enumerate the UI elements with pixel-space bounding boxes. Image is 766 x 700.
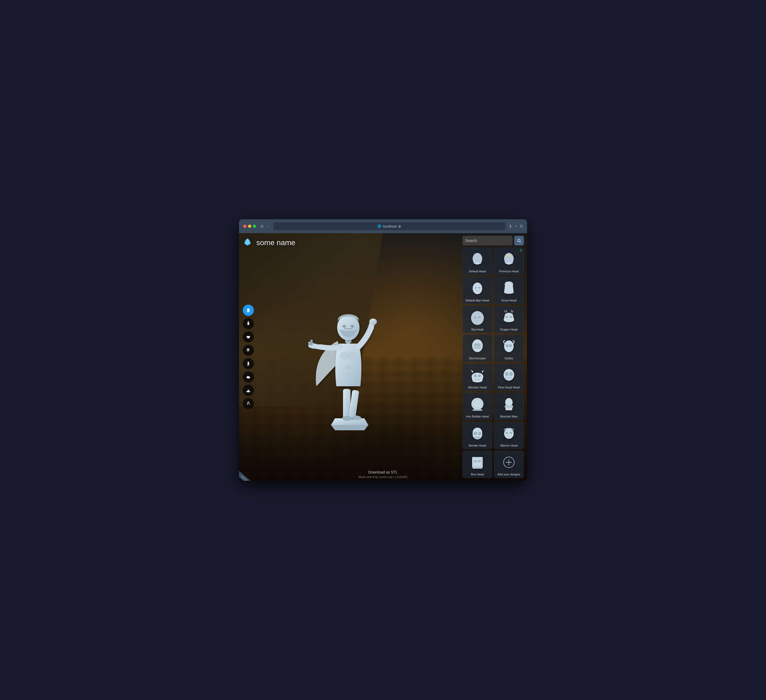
search-input[interactable] <box>465 239 510 243</box>
arms-selector-button[interactable] <box>243 331 254 342</box>
item-thumbnail-flexi-dead-head <box>500 366 518 385</box>
svg-point-9 <box>345 366 351 370</box>
item-card-stormtrooper[interactable]: Stormtrooper <box>462 334 492 362</box>
item-thumbnail-monster-head <box>468 366 487 385</box>
svg-point-25 <box>248 401 248 402</box>
item-label-monster-head: Monster Head <box>468 386 486 389</box>
item-thumbnail-muscled-man <box>500 395 518 414</box>
side-controls <box>243 305 254 409</box>
item-card-box-head[interactable]: Box Head <box>462 451 492 478</box>
item-card-dragon-head[interactable]: Dragon Head <box>494 306 524 333</box>
svg-rect-63 <box>472 457 483 468</box>
address-bar[interactable]: 🌐 localhost ⊕ <box>273 222 505 230</box>
svg-point-32 <box>478 287 480 289</box>
back-icon[interactable]: ‹ <box>267 223 270 229</box>
item-label-bender-head: Bender Head <box>469 444 486 447</box>
item-thumbnail-groot-head <box>500 279 518 298</box>
svg-point-5 <box>342 416 352 421</box>
item-label-default-head: Default Head <box>469 270 486 273</box>
item-card-muscled-man[interactable]: Muscled Man <box>494 393 524 420</box>
svg-point-33 <box>471 311 484 325</box>
item-label-iron-bubble-head: Iron Bubble Head <box>466 415 489 418</box>
item-thumbnail-iron-bubble-head <box>468 395 487 414</box>
svg-point-57 <box>473 432 477 436</box>
item-label-dobby: Dobby <box>505 357 513 360</box>
refresh-icon: ⊕ <box>398 224 401 228</box>
search-button[interactable] <box>514 236 524 245</box>
right-panel: Default Head 💲 Premium Head Default Man … <box>462 236 524 478</box>
base-selector-button[interactable] <box>243 385 254 396</box>
svg-point-45 <box>474 375 477 377</box>
svg-point-34 <box>474 317 476 318</box>
item-label-muscled-man: Muscled Man <box>500 415 518 418</box>
item-thumbnail-premium-head <box>500 250 518 269</box>
bottom-bar: Download as STL Made with ♥ by Justin Le… <box>358 470 408 478</box>
svg-point-55 <box>509 405 513 408</box>
item-card-add-designs[interactable]: Add your designs <box>494 451 524 478</box>
url-text: localhost <box>383 224 397 228</box>
item-thumbnail-bender-head <box>468 424 487 443</box>
svg-point-37 <box>510 316 512 318</box>
hands-selector-button[interactable] <box>243 345 254 356</box>
item-card-big-head[interactable]: Big Head <box>462 306 492 333</box>
premium-badge: 💲 <box>519 249 522 252</box>
item-card-premium-head[interactable]: 💲 Premium Head <box>494 247 524 275</box>
item-card-flexi-dead-head[interactable]: Flexi Dead Head <box>494 364 524 391</box>
svg-rect-19 <box>247 323 249 325</box>
body-selector-button[interactable] <box>243 318 254 329</box>
item-card-default-head[interactable]: Default Head <box>462 247 492 275</box>
svg-point-62 <box>510 432 512 434</box>
svg-point-26 <box>518 239 520 242</box>
svg-rect-59 <box>474 437 481 438</box>
item-label-add-designs: Add your designs <box>498 473 521 476</box>
item-label-stormtrooper: Stormtrooper <box>469 357 486 360</box>
feet-selector-button[interactable] <box>243 371 254 383</box>
item-card-monster-head[interactable]: Monster Head <box>462 364 492 391</box>
svg-point-44 <box>509 344 512 347</box>
fullscreen-button[interactable] <box>253 225 256 228</box>
browser-window: ⊞ ‹ 🌐 localhost ⊕ ⬆ + ⧉ some name <box>239 219 527 481</box>
svg-point-41 <box>477 343 481 346</box>
item-label-box-head: Box Head <box>471 473 484 476</box>
tabs-icon[interactable]: ⧉ <box>520 224 523 229</box>
item-label-dragon-head: Dragon Head <box>500 328 518 331</box>
download-stl-button[interactable]: Download as STL <box>368 470 398 474</box>
svg-rect-22 <box>247 376 248 378</box>
svg-rect-66 <box>478 460 481 462</box>
item-card-default-man-head[interactable]: Default Man Head <box>462 277 492 304</box>
svg-point-35 <box>478 317 481 318</box>
item-thumbnail-default-man-head <box>468 279 487 298</box>
svg-point-36 <box>505 316 508 318</box>
svg-rect-39 <box>474 346 481 349</box>
search-bar <box>462 236 524 245</box>
item-thumbnail-big-head <box>468 308 487 327</box>
svg-rect-12 <box>310 340 313 345</box>
minimize-button[interactable] <box>248 225 251 228</box>
item-card-warrior-head[interactable]: Warrior Head <box>494 422 524 449</box>
browser-content: some name <box>239 233 527 481</box>
share-icon[interactable]: ⬆ <box>509 224 512 229</box>
item-label-default-man-head: Default Man Head <box>466 299 489 302</box>
item-card-dobby[interactable]: Dobby <box>494 334 524 362</box>
close-button[interactable] <box>243 225 247 228</box>
item-card-bender-head[interactable]: Bender Head <box>462 422 492 449</box>
item-card-iron-bubble-head[interactable]: Iron Bubble Head <box>462 393 492 420</box>
svg-rect-24 <box>248 390 249 392</box>
item-thumbnail-dobby <box>500 337 518 356</box>
svg-rect-65 <box>474 460 477 462</box>
svg-point-58 <box>478 432 481 436</box>
item-thumbnail-dragon-head <box>500 308 518 327</box>
legs-selector-button[interactable] <box>243 358 254 369</box>
new-tab-icon[interactable]: + <box>515 224 517 229</box>
sidebar-toggle-icon[interactable]: ⊞ <box>259 223 264 229</box>
item-card-groot-head[interactable]: Groot Head <box>494 277 524 304</box>
traffic-lights <box>243 225 256 228</box>
svg-point-54 <box>505 405 509 408</box>
footer-text: Made with ♥ by Justin Lee | LICENSE <box>358 475 408 478</box>
search-input-wrap[interactable] <box>462 236 513 245</box>
svg-point-8 <box>347 352 358 360</box>
svg-rect-67 <box>473 467 482 469</box>
svg-point-61 <box>505 432 508 434</box>
head-selector-button[interactable] <box>243 305 254 316</box>
pose-selector-button[interactable] <box>243 398 254 409</box>
